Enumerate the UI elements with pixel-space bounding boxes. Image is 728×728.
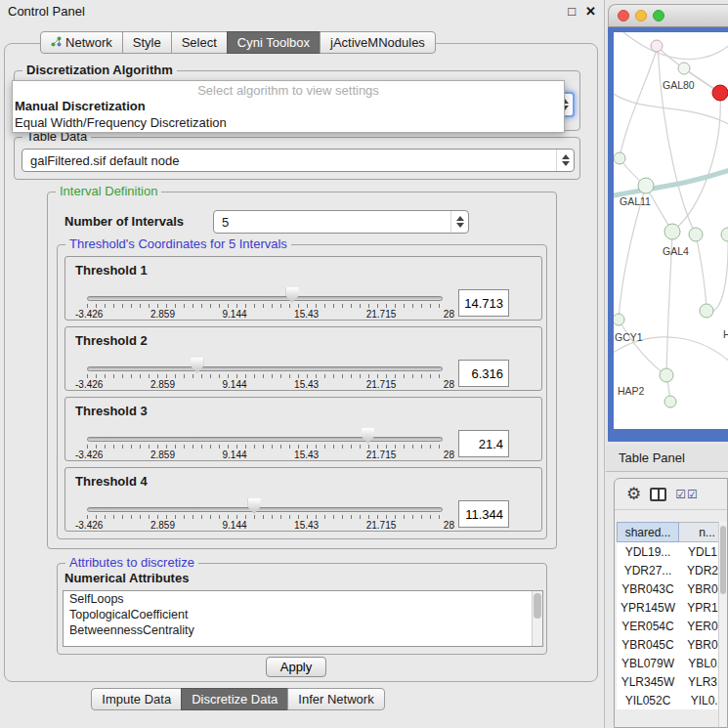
tab-jactivemnodules[interactable]: jActiveMNodules xyxy=(320,31,436,54)
attributes-scrollbar[interactable] xyxy=(532,591,542,646)
algorithm-option-manual[interactable]: Manual Discretization xyxy=(13,98,564,114)
network-edge xyxy=(658,47,696,235)
attribute-item[interactable]: SelfLoops xyxy=(64,591,542,607)
tab-select[interactable]: Select xyxy=(171,31,228,54)
checkbox-icons[interactable]: ☑☑ xyxy=(675,488,699,501)
close-icon[interactable]: ✕ xyxy=(585,4,596,19)
attribute-item[interactable]: TopologicalCoefficient xyxy=(64,607,542,622)
network-node[interactable] xyxy=(689,228,703,241)
control-panel-titlebar: Control Panel □ ✕ xyxy=(0,0,604,21)
network-node[interactable] xyxy=(712,85,728,101)
network-node[interactable] xyxy=(614,314,624,325)
tick-label: 28 xyxy=(444,520,454,531)
table-row[interactable]: YIL052CYIL0... xyxy=(617,691,728,709)
table-row[interactable]: YER054CYER0... xyxy=(617,617,728,635)
table-cell[interactable]: YBR045C xyxy=(617,635,679,654)
table-row[interactable]: YBL079WYBL0... xyxy=(617,654,728,672)
threshold-value-input[interactable] xyxy=(458,500,509,528)
tab-label: Select xyxy=(182,35,217,50)
network-titlebar[interactable] xyxy=(608,4,728,27)
threshold-slider[interactable]: -3.4262.8599.14415.4321.71528 xyxy=(87,468,443,533)
network-canvas[interactable]: GAL80GAL11GAL4GCY1HHAP2 xyxy=(614,32,728,429)
attributes-list[interactable]: SelfLoopsTopologicalCoefficientBetweenne… xyxy=(63,590,543,647)
slider-track[interactable] xyxy=(87,437,443,442)
columns-icon[interactable] xyxy=(650,488,666,501)
network-node[interactable] xyxy=(664,224,680,239)
tab-infer-network[interactable]: Infer Network xyxy=(287,688,384,710)
table-data-combo[interactable]: galFiltered.sif default node xyxy=(21,149,575,172)
tab-label: Impute Data xyxy=(102,692,171,707)
slider-scale: -3.4262.8599.14415.4321.71528 xyxy=(75,450,454,460)
threshold-value-input[interactable] xyxy=(458,360,509,387)
network-node[interactable] xyxy=(664,396,676,407)
tab-label: Infer Network xyxy=(298,692,373,707)
combo-stepper-icon[interactable] xyxy=(556,150,574,171)
combo-stepper-icon[interactable] xyxy=(450,211,468,233)
network-node[interactable] xyxy=(614,152,625,164)
threshold-slider[interactable]: -3.4262.8599.14415.4321.71528 xyxy=(87,327,443,392)
threshold-value-input[interactable] xyxy=(458,289,509,317)
tab-impute-data[interactable]: Impute Data xyxy=(91,688,182,710)
tick-label: 15.43 xyxy=(294,450,319,460)
network-node[interactable] xyxy=(700,304,713,318)
threshold-value-input[interactable] xyxy=(458,430,509,457)
threshold-slider[interactable]: -3.4262.8599.14415.4321.71528 xyxy=(87,257,443,321)
table-scrollbar[interactable] xyxy=(718,522,727,727)
node-label: GCY1 xyxy=(615,331,643,343)
algorithm-prompt: Select algorithm to view settings xyxy=(13,81,564,98)
minimize-light-icon[interactable] xyxy=(635,10,647,21)
minimize-icon[interactable]: □ xyxy=(568,4,576,19)
table-cell[interactable]: YIL052C xyxy=(617,691,679,709)
tick-label: 21.715 xyxy=(366,520,397,531)
tick-label: 21.715 xyxy=(366,309,397,320)
table-row[interactable]: YBR045CYBR0... xyxy=(617,635,728,654)
table-row[interactable]: YPR145WYPR1... xyxy=(617,598,728,617)
tab-cyni-toolbox[interactable]: Cyni Toolbox xyxy=(227,31,321,54)
slider-ticks xyxy=(87,445,443,449)
table-cell[interactable]: YLR345W xyxy=(617,672,679,691)
network-edge xyxy=(623,32,728,60)
slider-track[interactable] xyxy=(87,507,443,512)
slider-scale: -3.4262.8599.14415.4321.71528 xyxy=(75,309,454,320)
tick-label: 9.144 xyxy=(223,309,247,320)
tab-discretize-data[interactable]: Discretize Data xyxy=(181,688,288,710)
column-header-shared-name[interactable]: shared... xyxy=(617,522,679,542)
tick-label: 2.859 xyxy=(150,520,175,531)
table-cell[interactable]: YER054C xyxy=(617,617,679,635)
number-of-intervals-combo[interactable]: 5 xyxy=(213,210,469,234)
network-icon xyxy=(51,35,62,50)
gear-icon[interactable]: ⚙ xyxy=(626,486,641,502)
tick-label: 9.144 xyxy=(223,450,247,460)
table-cell[interactable]: YPR145W xyxy=(617,598,679,617)
table-cell[interactable]: YBR043C xyxy=(617,579,679,598)
threshold-slider[interactable]: -3.4262.8599.14415.4321.71528 xyxy=(87,398,443,462)
attributes-group-title: Attributes to discretize xyxy=(65,555,198,570)
table-cell[interactable]: YDR27... xyxy=(617,561,679,579)
table-row[interactable]: YBR043CYBR0... xyxy=(617,579,728,598)
bottom-tabbar: Impute DataDiscretize DataInfer Network xyxy=(0,688,477,710)
network-node[interactable] xyxy=(651,40,663,52)
algorithm-option-equal-width[interactable]: Equal Width/Frequency Discretization xyxy=(13,114,564,131)
network-node[interactable] xyxy=(721,228,728,241)
top-tabbar: NetworkStyleSelectCyni ToolboxjActiveMNo… xyxy=(0,31,477,54)
tab-network[interactable]: Network xyxy=(40,31,123,54)
table-row[interactable]: YDL19...YDL1... xyxy=(617,542,728,561)
slider-track[interactable] xyxy=(87,296,443,301)
slider-track[interactable] xyxy=(87,366,443,371)
tab-label: jActiveMNodules xyxy=(330,35,425,50)
network-node[interactable] xyxy=(678,63,690,74)
tick-label: 2.859 xyxy=(150,450,175,460)
attribute-item[interactable]: BetweennessCentrality xyxy=(64,622,542,638)
network-node[interactable] xyxy=(638,178,654,193)
table-panel-title: Table Panel xyxy=(619,450,685,465)
apply-button[interactable]: Apply xyxy=(266,657,326,677)
table-cell[interactable]: YBL079W xyxy=(617,654,679,672)
network-node[interactable] xyxy=(660,368,673,382)
close-light-icon[interactable] xyxy=(618,10,629,21)
tab-style[interactable]: Style xyxy=(122,31,172,54)
table-row[interactable]: YLR345WYLR3... xyxy=(617,672,728,691)
table-row[interactable]: YDR27...YDR2... xyxy=(617,561,728,579)
table-cell[interactable]: YDL19... xyxy=(617,542,679,561)
slider-ticks xyxy=(87,515,443,519)
zoom-light-icon[interactable] xyxy=(653,10,664,21)
